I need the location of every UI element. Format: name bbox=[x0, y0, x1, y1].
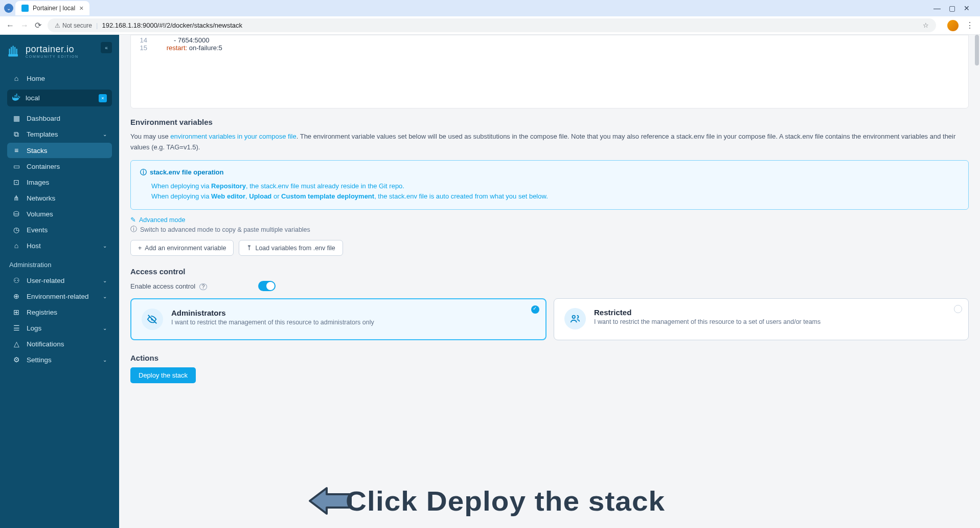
access-card-administrators[interactable]: Administrators I want to restrict the ma… bbox=[130, 298, 546, 340]
sidebar-item-events[interactable]: ◷Events bbox=[7, 222, 112, 237]
compose-editor[interactable]: 14 - 7654:500015 restart: on-failure:5 bbox=[130, 35, 969, 108]
sidebar-item-host[interactable]: ⌂Host⌄ bbox=[7, 238, 112, 253]
advanced-mode-hint: ⓘ Switch to advanced mode to copy & past… bbox=[130, 225, 969, 234]
eye-off-icon bbox=[142, 309, 163, 330]
section-env-title: Environment variables bbox=[130, 118, 969, 126]
logo[interactable]: portainer.io COMMUNITY EDITION bbox=[7, 44, 112, 58]
address-bar: ← → ⟳ ⚠ Not secure | 192.168.1.18:9000/#… bbox=[0, 16, 980, 35]
forward-icon[interactable]: → bbox=[20, 21, 29, 30]
sidebar-env-selector[interactable]: local × bbox=[7, 90, 112, 106]
tab-search-button[interactable]: ⌄ bbox=[4, 4, 13, 13]
close-window-icon[interactable]: ✕ bbox=[964, 4, 970, 12]
nav-icon: ☰ bbox=[12, 324, 20, 332]
info-icon: ⓘ bbox=[140, 168, 147, 177]
sidebar-item-environment-related[interactable]: ⊕Environment-related⌄ bbox=[7, 289, 112, 304]
chevron-down-icon: ⌄ bbox=[103, 131, 107, 137]
sidebar-item-networks[interactable]: ⋔Networks bbox=[7, 190, 112, 206]
nav-icon: △ bbox=[12, 340, 20, 348]
nav-icon: ≡ bbox=[12, 146, 20, 155]
browser-tab[interactable]: Portainer | local × bbox=[15, 1, 89, 15]
kebab-menu-icon[interactable]: ⋮ bbox=[966, 20, 974, 30]
sidebar-item-user-related[interactable]: ⚇User-related⌄ bbox=[7, 273, 112, 288]
edit-icon: ✎ bbox=[130, 216, 136, 224]
sidebar-item-images[interactable]: ⊡Images bbox=[7, 174, 112, 190]
section-env-desc: You may use environment variables in you… bbox=[130, 131, 969, 153]
section-access-title: Access control bbox=[130, 267, 969, 276]
svg-rect-0 bbox=[8, 54, 18, 57]
sidebar-item-registries[interactable]: ⊞Registries bbox=[7, 304, 112, 320]
nav-icon: ⚙ bbox=[12, 356, 20, 364]
help-icon[interactable]: ? bbox=[199, 283, 208, 290]
sidebar-item-dashboard[interactable]: ▦Dashboard bbox=[7, 111, 112, 126]
nav-icon: ⚇ bbox=[12, 276, 20, 284]
editor-line[interactable]: 14 - 7654:5000 bbox=[131, 36, 968, 44]
chevron-down-icon: ⌄ bbox=[103, 325, 107, 331]
users-icon bbox=[564, 308, 586, 329]
access-toggle-label: Enable access control ? bbox=[130, 282, 207, 290]
tab-bar: ⌄ Portainer | local × — ▢ ✕ bbox=[0, 0, 980, 16]
plus-icon: + bbox=[138, 245, 142, 252]
scrollbar-thumb[interactable] bbox=[975, 35, 979, 65]
card-restricted-desc: I want to restrict the management of thi… bbox=[594, 318, 821, 325]
sidebar-item-containers[interactable]: ▭Containers bbox=[7, 159, 112, 174]
info-small-icon: ⓘ bbox=[130, 225, 137, 234]
sidebar-item-logs[interactable]: ☰Logs⌄ bbox=[7, 320, 112, 336]
sidebar-item-notifications[interactable]: △Notifications bbox=[7, 336, 112, 351]
stackenv-info-box: ⓘ stack.env file operation When deployin… bbox=[130, 160, 969, 210]
add-env-var-button[interactable]: + Add an environment variable bbox=[130, 240, 234, 256]
bookmark-star-icon[interactable]: ☆ bbox=[923, 21, 929, 29]
check-icon bbox=[531, 305, 539, 314]
editor-line[interactable]: 15 restart: on-failure:5 bbox=[131, 44, 968, 52]
tab-close-icon[interactable]: × bbox=[79, 4, 83, 12]
security-badge[interactable]: ⚠ Not secure bbox=[55, 22, 92, 29]
back-icon[interactable]: ← bbox=[6, 21, 14, 30]
reload-icon[interactable]: ⟳ bbox=[35, 20, 41, 30]
nav-icon: ⛁ bbox=[12, 210, 20, 218]
browser-chrome: ⌄ Portainer | local × — ▢ ✕ ← → ⟳ ⚠ Not … bbox=[0, 0, 980, 35]
svg-point-1 bbox=[573, 316, 576, 319]
card-restricted-title: Restricted bbox=[594, 308, 821, 317]
nav-icon: ⧉ bbox=[12, 130, 20, 139]
portainer-logo-icon bbox=[7, 44, 21, 58]
chevron-down-icon: ⌄ bbox=[103, 278, 107, 283]
maximize-icon[interactable]: ▢ bbox=[949, 4, 955, 12]
warning-icon: ⚠ bbox=[55, 22, 60, 29]
env-name: local bbox=[26, 94, 40, 102]
arrow-left-icon bbox=[307, 483, 353, 519]
docker-icon bbox=[12, 94, 20, 102]
chevron-down-icon: ⌄ bbox=[103, 357, 107, 363]
nav-icon: ⊕ bbox=[12, 292, 20, 300]
tab-title: Portainer | local bbox=[33, 5, 75, 12]
chevron-down-icon: ⌄ bbox=[103, 243, 107, 249]
sidebar-item-templates[interactable]: ⧉Templates⌄ bbox=[7, 126, 112, 142]
sidebar-section-admin: Administration bbox=[7, 254, 112, 273]
tab-favicon bbox=[21, 5, 29, 12]
env-close-icon[interactable]: × bbox=[99, 94, 107, 102]
advanced-mode-link[interactable]: ✎ Advanced mode bbox=[130, 216, 969, 224]
sidebar-collapse-button[interactable]: « bbox=[101, 42, 112, 53]
logo-name: portainer.io bbox=[26, 44, 74, 54]
card-admin-desc: I want to restrict the management of thi… bbox=[171, 319, 374, 326]
access-control-toggle[interactable] bbox=[258, 281, 276, 291]
section-actions-title: Actions bbox=[130, 354, 969, 362]
load-env-file-button[interactable]: ⤒ Load variables from .env file bbox=[239, 240, 343, 256]
nav-icon: ⊞ bbox=[12, 308, 20, 316]
sidebar-item-volumes[interactable]: ⛁Volumes bbox=[7, 206, 112, 222]
nav-icon: ▭ bbox=[12, 162, 20, 170]
nav-icon: ◷ bbox=[12, 226, 20, 234]
chevron-down-icon: ⌄ bbox=[103, 294, 107, 299]
sidebar-item-stacks[interactable]: ≡Stacks bbox=[7, 143, 112, 158]
sidebar-item-settings[interactable]: ⚙Settings⌄ bbox=[7, 352, 112, 367]
profile-avatar[interactable] bbox=[947, 20, 959, 31]
minimize-icon[interactable]: — bbox=[933, 4, 941, 12]
env-docs-link[interactable]: environment variables in your compose fi… bbox=[170, 133, 296, 140]
tutorial-annotation: Click Deploy the stack bbox=[307, 483, 657, 519]
card-admin-title: Administrators bbox=[171, 309, 374, 317]
access-card-restricted[interactable]: Restricted I want to restrict the manage… bbox=[554, 298, 969, 340]
nav-icon: ⌂ bbox=[12, 241, 20, 250]
sidebar-item-home[interactable]: ⌂ Home bbox=[7, 71, 112, 86]
url-input[interactable]: ⚠ Not secure | 192.168.1.18:9000/#!/2/do… bbox=[48, 18, 936, 32]
home-icon: ⌂ bbox=[12, 74, 20, 82]
window-controls: — ▢ ✕ bbox=[933, 4, 976, 12]
deploy-stack-button[interactable]: Deploy the stack bbox=[130, 367, 196, 383]
